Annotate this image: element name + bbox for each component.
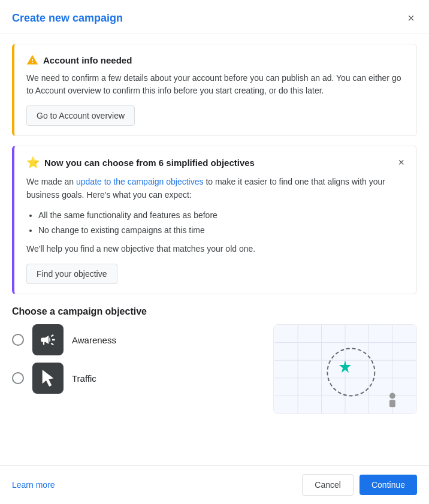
cursor-icon	[40, 370, 56, 387]
megaphone-icon	[40, 331, 56, 348]
bullet-item-1: All the same functionality and features …	[38, 208, 404, 223]
modal-header: Create new campaign ×	[0, 0, 429, 34]
dismiss-objectives-banner-button[interactable]: ×	[398, 157, 404, 168]
modal-title: Create new campaign	[12, 12, 123, 25]
banner-header: Account info needed	[26, 54, 404, 66]
objectives-banner-text: We made an update to the campaign object…	[26, 175, 404, 202]
campaign-objective-section: Choose a campaign objective Awarene	[12, 304, 417, 417]
objectives-col: Awareness Traffic	[12, 324, 264, 394]
objectives-banner-title: Now you can choose from 6 simplified obj…	[44, 158, 393, 168]
cancel-button[interactable]: Cancel	[302, 474, 354, 496]
find-objective-button[interactable]: Find your objective	[26, 264, 117, 284]
update-link[interactable]: update to the campaign objectives	[76, 177, 203, 186]
awareness-radio[interactable]	[12, 334, 24, 346]
objectives-note: We'll help you find a new objective that…	[26, 243, 404, 255]
map-illustration	[273, 324, 417, 417]
objectives-bullet-list: All the same functionality and features …	[26, 208, 404, 238]
create-campaign-modal: Create new campaign × Account info neede…	[0, 0, 429, 504]
continue-button[interactable]: Continue	[359, 475, 417, 495]
banner-text: We need to confirm a few details about y…	[26, 72, 404, 97]
footer-actions: Cancel Continue	[302, 474, 417, 496]
awareness-label: Awareness	[72, 335, 116, 345]
objectives-banner-header: ⭐ Now you can choose from 6 simplified o…	[26, 156, 404, 169]
traffic-label: Traffic	[72, 373, 96, 384]
bullet-item-2: No change to existing campaigns at this …	[38, 223, 404, 238]
banner-title: Account info needed	[43, 55, 132, 65]
traffic-radio[interactable]	[12, 372, 24, 384]
section-title: Choose a campaign objective	[12, 306, 417, 317]
svg-point-12	[389, 393, 395, 399]
warning-icon	[26, 54, 38, 66]
modal-footer: Learn more Cancel Continue	[0, 465, 429, 504]
traffic-objective-item: Traffic	[12, 363, 264, 394]
objectives-banner: ⭐ Now you can choose from 6 simplified o…	[12, 146, 417, 294]
close-button[interactable]: ×	[405, 10, 417, 26]
traffic-icon-box	[32, 363, 64, 394]
objectives-intro-text: We made an	[26, 177, 76, 186]
awareness-icon-box	[32, 324, 64, 355]
account-info-banner: Account info needed We need to confirm a…	[12, 44, 417, 136]
learn-more-link[interactable]: Learn more	[12, 480, 55, 490]
awareness-objective-item: Awareness	[12, 324, 264, 355]
modal-body: Account info needed We need to confirm a…	[0, 34, 429, 465]
objectives-and-illustration: Awareness Traffic	[12, 324, 417, 417]
go-to-account-overview-button[interactable]: Go to Account overview	[26, 105, 135, 126]
svg-rect-13	[389, 400, 395, 407]
objective-list: Awareness Traffic	[12, 324, 264, 394]
star-icon: ⭐	[26, 156, 40, 169]
